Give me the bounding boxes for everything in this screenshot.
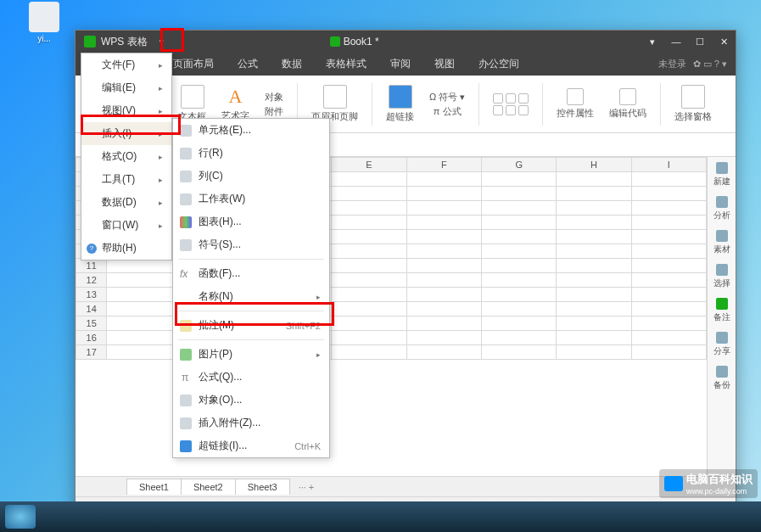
insert-submenu: 单元格(E)... 行(R) 列(C) 工作表(W) 图表(H)... 符号(S… <box>172 118 330 458</box>
ribbon-hyperlink[interactable]: 超链接 <box>381 85 419 123</box>
ribbon-attach[interactable]: 附件 <box>265 105 283 118</box>
sheet-tab-1[interactable]: Sheet1 <box>126 479 182 495</box>
menu-tools[interactable]: 工具(T)▸ <box>81 168 171 191</box>
sheet-tabs: Sheet1 Sheet2 Sheet3 ··· + <box>76 476 736 496</box>
picture-icon <box>180 349 192 361</box>
ribbon-wordart[interactable]: A艺术字 <box>216 86 255 122</box>
menu-view[interactable]: 视图 <box>434 57 455 71</box>
menu-view-item[interactable]: 视图(V)▸ <box>81 99 171 122</box>
doc-icon <box>330 36 340 47</box>
worksheet-icon <box>180 193 192 205</box>
menu-review[interactable]: 审阅 <box>390 57 411 71</box>
window-minimize-button[interactable]: — <box>664 36 688 48</box>
ribbon-controls-group[interactable] <box>488 93 534 115</box>
side-panel: 新建 分析 素材 选择 备注 分享 备份 <box>707 157 736 476</box>
menu-data[interactable]: 数据 <box>282 57 302 71</box>
chart-icon <box>180 216 192 228</box>
sheet-tab-more[interactable]: ··· + <box>290 479 323 495</box>
submenu-comment[interactable]: 批注(M)Shift+F2 <box>173 314 329 337</box>
attach-icon <box>180 417 192 429</box>
window-maximize-button[interactable]: ☐ <box>688 36 712 48</box>
ribbon-select-pane[interactable]: 选择窗格 <box>669 85 717 123</box>
menu-page-layout[interactable]: 页面布局 <box>173 57 214 71</box>
desktop-recycle-icon[interactable]: yi... <box>24 2 64 43</box>
window-close-button[interactable]: ✕ <box>712 36 736 48</box>
menu-window[interactable]: 窗口(W)▸ <box>81 214 171 237</box>
titlebar: WPS 表格 ▾ Book1 * ▾ — ☐ ✕ <box>76 31 736 53</box>
start-button[interactable] <box>5 505 36 529</box>
submenu-cell[interactable]: 单元格(E)... <box>173 119 329 142</box>
symbol-icon <box>180 239 192 251</box>
menu-file[interactable]: 文件(F)▸ <box>81 53 171 76</box>
menu-help[interactable]: ?帮助(H) <box>81 237 171 260</box>
menu-formula[interactable]: 公式 <box>238 57 258 71</box>
row-icon <box>180 148 192 160</box>
menu-format[interactable]: 格式(O)▸ <box>81 145 171 168</box>
menu-edit[interactable]: 编辑(E)▸ <box>81 76 171 99</box>
object-icon <box>180 395 192 406</box>
submenu-hyperlink[interactable]: 超链接(I)...Ctrl+K <box>173 434 329 457</box>
app-menu-dropdown[interactable]: ▾ <box>154 36 169 48</box>
menu-table-style[interactable]: 表格样式 <box>326 57 367 71</box>
menu-data-item[interactable]: 数据(D)▸ <box>81 191 171 214</box>
sheet-tab-3[interactable]: Sheet3 <box>236 479 290 495</box>
submenu-formula[interactable]: π公式(Q)... <box>173 366 329 389</box>
doc-title: Book1 * <box>344 36 379 48</box>
submenu-row[interactable]: 行(R) <box>173 142 329 165</box>
watermark: 电脑百科知识 www.pc-daily.com <box>659 469 758 498</box>
main-menu: 文件(F)▸ 编辑(E)▸ 视图(V)▸ 插入(I)▸ 格式(O)▸ 工具(T)… <box>81 53 172 260</box>
submenu-insert-attach[interactable]: 插入附件(Z)... <box>173 412 329 434</box>
submenu-worksheet[interactable]: 工作表(W) <box>173 188 329 210</box>
sheet-tab-2[interactable]: Sheet2 <box>182 479 236 495</box>
menu-insert[interactable]: 插入(I)▸ <box>81 122 171 145</box>
side-select[interactable]: 选择 <box>713 264 730 289</box>
ribbon-ctrl-prop[interactable]: 控件属性 <box>551 88 599 120</box>
submenu-picture[interactable]: 图片(P)▸ <box>173 343 329 366</box>
ribbon-object[interactable]: 对象 <box>265 91 283 104</box>
ribbon-col-obj-attach: 对象 附件 <box>260 91 288 118</box>
side-analyze[interactable]: 分析 <box>713 196 730 221</box>
fx-icon: fx <box>180 268 187 280</box>
wps-logo-icon <box>84 36 96 48</box>
pi-icon: π <box>182 372 188 384</box>
col-icon <box>180 171 192 182</box>
side-backup[interactable]: 备份 <box>713 366 730 391</box>
submenu-name[interactable]: 名称(N)▸ <box>173 285 329 308</box>
cell-icon <box>180 125 192 137</box>
submenu-chart[interactable]: 图表(H)... <box>173 210 329 233</box>
menubar: 页面布局 公式 数据 表格样式 审阅 视图 办公空间 未登录 ✿ ▭ ? ▾ <box>76 53 736 76</box>
side-comment[interactable]: 备注 <box>713 298 730 323</box>
submenu-function[interactable]: fx函数(F)... <box>173 262 329 285</box>
submenu-col[interactable]: 列(C) <box>173 165 329 188</box>
help-icon: ? <box>87 244 97 254</box>
comment-icon <box>180 320 192 332</box>
side-share[interactable]: 分享 <box>713 332 730 357</box>
window-down-button[interactable]: ▾ <box>641 36 664 48</box>
taskbar[interactable] <box>0 501 761 532</box>
watermark-icon <box>664 476 683 491</box>
app-name: WPS 表格 <box>101 35 148 49</box>
submenu-object[interactable]: 对象(O)... <box>173 389 329 412</box>
ribbon-col-symbol-formula: Ω 符号 ▾ π 公式 <box>424 91 470 118</box>
menu-office-space[interactable]: 办公空间 <box>478 57 519 71</box>
ribbon-edit-code[interactable]: 编辑代码 <box>604 88 652 120</box>
hyperlink-icon <box>180 440 192 452</box>
menubar-icons[interactable]: ✿ ▭ ? ▾ <box>693 59 727 70</box>
side-new[interactable]: 新建 <box>713 162 730 188</box>
side-material[interactable]: 素材 <box>713 230 730 255</box>
ribbon-symbol[interactable]: Ω 符号 ▾ <box>429 91 465 104</box>
submenu-symbol[interactable]: 符号(S)... <box>173 233 329 256</box>
login-status[interactable]: 未登录 <box>658 58 686 70</box>
ribbon-formula[interactable]: π 公式 <box>434 105 462 118</box>
